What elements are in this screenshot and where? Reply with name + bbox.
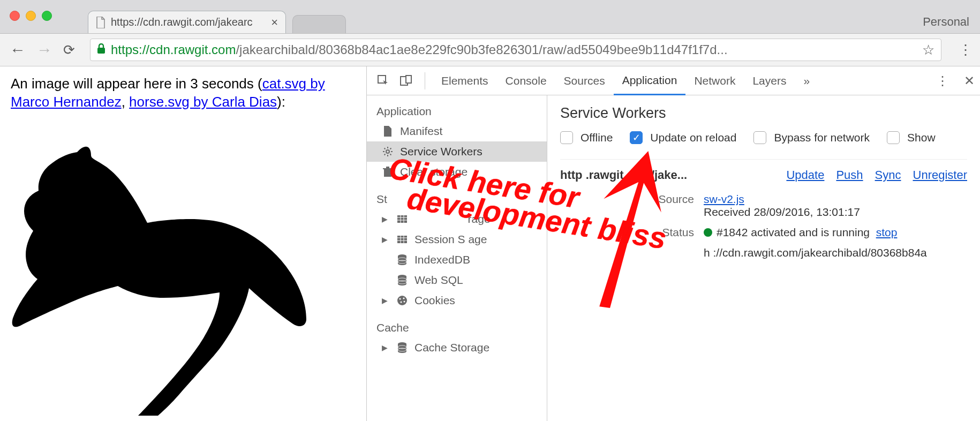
bookmark-star-icon[interactable]: ☆	[922, 42, 934, 58]
trash-icon	[382, 166, 394, 178]
svg-point-16	[401, 302, 402, 303]
tab-title: https://cdn.rawgit.com/jakearc	[111, 16, 266, 28]
status-running-icon	[704, 228, 712, 237]
devtools-tab-elements[interactable]: Elements	[433, 66, 497, 95]
expand-icon: ▶	[382, 215, 388, 223]
database-icon	[396, 274, 408, 286]
sw-source-link[interactable]: sw-v2.js	[704, 193, 744, 205]
sw-source-label: Source	[630, 193, 694, 219]
offline-label: Offline	[581, 131, 613, 144]
titlebar: https://cdn.rawgit.com/jakearc × Persona…	[0, 0, 980, 33]
forward-button[interactable]: →	[36, 41, 51, 59]
sidebar-item-session-storage[interactable]: ▶ Session S age	[367, 229, 547, 250]
inspect-element-icon[interactable]	[375, 74, 391, 87]
url-text: https://cdn.rawgit.com/jakearchibald/803…	[111, 42, 728, 57]
sw-action-push[interactable]: Push	[836, 168, 863, 182]
sidebar-section-application: Application	[367, 102, 547, 121]
bypass-for-network-checkbox[interactable]	[753, 131, 766, 144]
svg-point-4	[386, 150, 389, 153]
svg-rect-0	[97, 48, 105, 54]
application-sidebar: Application Manifest Service Workers Cle…	[367, 95, 547, 421]
devtools-tab-application[interactable]: Application	[614, 67, 686, 95]
database-icon	[396, 342, 408, 354]
sw-status-text: #1842 activated and is running	[717, 226, 870, 238]
sw-action-unregister[interactable]: Unregister	[913, 168, 967, 182]
gear-icon	[382, 146, 394, 157]
svg-point-15	[403, 298, 405, 299]
sw-stop-link[interactable]: stop	[876, 226, 898, 238]
svg-point-13	[397, 296, 407, 305]
svg-rect-5	[397, 215, 407, 223]
new-tab-placeholder[interactable]	[292, 15, 346, 33]
offline-checkbox[interactable]	[560, 131, 573, 144]
devtools-close-icon[interactable]: ✕	[964, 73, 975, 88]
bypass-for-network-label: Bypass for network	[774, 131, 870, 144]
horse-image	[11, 116, 311, 416]
profile-label[interactable]: Personal	[923, 15, 969, 29]
page-icon	[96, 17, 105, 28]
page-content: An image will appear here in 3 seconds (…	[0, 66, 366, 421]
devtools-tab-console[interactable]: Console	[497, 66, 555, 95]
panel-title: Service Workers	[560, 105, 967, 122]
back-button[interactable]: ←	[10, 41, 25, 59]
update-on-reload-checkbox[interactable]: ✓	[630, 131, 643, 144]
minimize-window-button[interactable]	[26, 11, 36, 21]
sw-origin: http .rawgit.com/jake...	[560, 168, 773, 182]
show-all-label: Show	[907, 131, 936, 144]
sw-received: Received 28/09/2016, 13:01:17	[704, 206, 860, 218]
sw-clients-value: h ://cdn.rawgit.com/jakearchibald/80368b…	[704, 246, 967, 259]
reload-button[interactable]: ⟳	[63, 42, 75, 58]
update-on-reload-label: Update on reload	[650, 131, 736, 144]
browser-menu-icon[interactable]: ⋮	[959, 42, 970, 58]
sidebar-item-indexeddb[interactable]: ▶ IndexedDB	[367, 250, 547, 270]
devtools-tabbar: Elements Console Sources Application Net…	[367, 66, 980, 95]
sidebar-section-cache: Cache	[367, 318, 547, 337]
sw-action-update[interactable]: Update	[786, 168, 824, 182]
devtools-tab-layers[interactable]: Layers	[744, 66, 795, 95]
svg-rect-6	[397, 236, 407, 243]
grid-icon	[396, 213, 408, 225]
maximize-window-button[interactable]	[42, 11, 52, 21]
sidebar-item-cache-storage[interactable]: ▶ Cache Storage	[367, 337, 547, 358]
lock-icon	[97, 43, 105, 57]
devtools-menu-icon[interactable]: ⋮	[936, 73, 949, 88]
sw-action-sync[interactable]: Sync	[875, 168, 901, 182]
link-horse-svg[interactable]: horse.svg by Carla Dias	[129, 94, 277, 110]
browser-tab[interactable]: https://cdn.rawgit.com/jakearc ×	[88, 11, 286, 33]
expand-icon: ▶	[382, 343, 388, 352]
page-intro-text: An image will appear here in 3 seconds (	[11, 76, 262, 92]
close-window-button[interactable]	[10, 11, 20, 21]
sidebar-item-clear-storage[interactable]: Clear storage	[367, 162, 547, 182]
toolbar: ← → ⟳ https://cdn.rawgit.com/jakearchiba…	[0, 33, 980, 66]
sidebar-item-service-workers[interactable]: Service Workers	[367, 141, 547, 162]
sidebar-item-local-storage[interactable]: ▶ Local Storage	[367, 209, 547, 229]
cookie-icon	[396, 295, 408, 306]
devtools-tab-network[interactable]: Network	[685, 66, 744, 95]
devtools-tabs-overflow[interactable]: »	[795, 66, 818, 95]
close-tab-icon[interactable]: ×	[271, 16, 278, 29]
expand-icon: ▶	[382, 235, 388, 244]
window-traffic-lights	[10, 11, 52, 21]
svg-point-17	[404, 301, 405, 303]
devtools-panel: Elements Console Sources Application Net…	[366, 66, 980, 421]
show-all-checkbox[interactable]	[887, 131, 900, 144]
sidebar-item-web-sql[interactable]: ▶ Web SQL	[367, 270, 547, 290]
devtools-tab-sources[interactable]: Sources	[555, 66, 614, 95]
grid-icon	[396, 234, 408, 245]
sidebar-item-manifest[interactable]: Manifest	[367, 121, 547, 141]
sidebar-item-cookies[interactable]: ▶ Cookies	[367, 290, 547, 311]
svg-point-14	[399, 298, 401, 300]
service-workers-panel: Service Workers Offline ✓ Update on relo…	[547, 95, 980, 421]
address-bar[interactable]: https://cdn.rawgit.com/jakearchibald/803…	[90, 39, 941, 61]
sw-status-label: Status	[630, 226, 694, 239]
database-icon	[396, 254, 408, 266]
svg-rect-3	[406, 76, 411, 83]
sidebar-section-storage: St	[367, 190, 547, 209]
document-icon	[382, 125, 394, 137]
device-toolbar-icon[interactable]	[398, 74, 414, 87]
expand-icon: ▶	[382, 296, 388, 305]
